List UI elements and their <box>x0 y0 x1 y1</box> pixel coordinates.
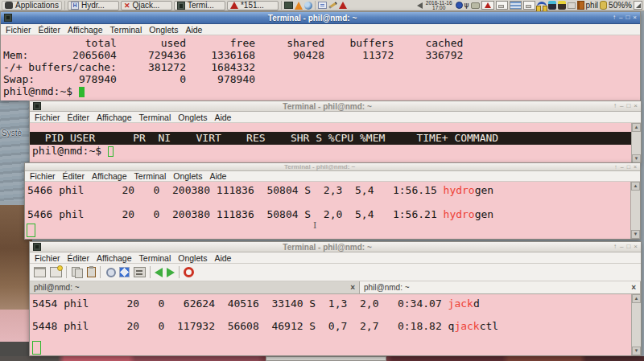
tray-camera-icon[interactable] <box>471 2 480 9</box>
maximize-button[interactable]: □ <box>626 103 630 109</box>
network-antenna-icon[interactable]: ψ <box>464 2 469 9</box>
new-window-icon[interactable] <box>34 267 46 277</box>
close-button[interactable]: × <box>634 164 637 170</box>
vlc-launcher-icon[interactable] <box>295 2 303 10</box>
scroll-up-icon[interactable]: ▲ <box>631 182 640 191</box>
back-icon[interactable] <box>155 268 163 277</box>
menu-terminal[interactable]: Terminal <box>139 253 171 263</box>
help-icon[interactable] <box>184 267 194 277</box>
display-resize-icon[interactable] <box>634 1 642 10</box>
shade-button[interactable]: ↑ <box>613 244 617 250</box>
workspace-2-active[interactable] <box>510 1 522 10</box>
taskbar-button-hydrogen[interactable]: H Hydr... <box>68 1 119 10</box>
menu-affichage[interactable]: Affichage <box>97 253 132 263</box>
menu-fichier[interactable]: Fichier <box>35 113 60 122</box>
menu-fichier[interactable]: Fichier <box>30 171 56 181</box>
fullscreen-icon[interactable] <box>119 267 130 277</box>
terminal-output-hydrogen[interactable]: 5466 phil 20 0 200380 111836 50804 S 2,3… <box>25 182 640 239</box>
taskbar-button-terminal[interactable]: Termi... <box>174 1 225 10</box>
minimize-button[interactable]: – <box>621 164 624 170</box>
titlebar[interactable]: Terminal - phil@nmd: ~ ↑ – □ × <box>30 101 641 112</box>
tray-app-icon-1[interactable] <box>548 1 556 10</box>
scroll-down-icon[interactable]: ▼ <box>631 230 640 239</box>
menu-aide[interactable]: Aide <box>185 25 202 35</box>
tray-triangle-button[interactable] <box>481 1 494 10</box>
maximize-button[interactable]: □ <box>627 164 630 170</box>
scrollbar[interactable]: ▲ ▼ <box>631 123 641 163</box>
menu-terminal[interactable]: Terminal <box>139 113 171 122</box>
minimize-button[interactable]: – <box>620 244 623 250</box>
terminal-output-free[interactable]: total used free shared buffers cached Me… <box>1 35 640 101</box>
menu-fichier[interactable]: Fichier <box>35 253 60 263</box>
toolbar-separator <box>66 266 67 278</box>
forward-icon[interactable] <box>167 268 175 277</box>
clock[interactable]: 2016-11-16 17:00 <box>424 1 454 10</box>
tab-close-icon[interactable]: × <box>350 283 355 292</box>
scroll-down-icon[interactable]: ▼ <box>632 347 641 355</box>
scroll-up-icon[interactable]: ▲ <box>632 123 641 132</box>
browser-launcher-icon[interactable] <box>304 2 312 10</box>
tab-1[interactable]: phil@nmd: ~ × <box>30 281 360 293</box>
volume-icon[interactable] <box>417 2 423 9</box>
workspace-1[interactable] <box>496 1 508 10</box>
scrollbar[interactable]: ▲ ▼ <box>631 294 641 355</box>
scroll-up-icon[interactable]: ▲ <box>632 294 641 303</box>
terminal-output-jack[interactable]: 5454 phil 20 0 62624 40516 33140 S 1,3 2… <box>30 294 641 355</box>
shade-button[interactable]: ↑ <box>613 14 616 21</box>
editor-launcher-icon[interactable] <box>339 2 347 9</box>
desktop-icon-label[interactable]: Systè <box>2 129 22 137</box>
menu-onglets[interactable]: Onglets <box>178 253 207 263</box>
red-triangle-icon <box>230 2 238 9</box>
tray-app-icon-2[interactable] <box>558 1 566 10</box>
menu-terminal[interactable]: Terminal <box>134 171 167 181</box>
pencil-launcher-icon[interactable] <box>328 2 337 9</box>
menu-aide[interactable]: Aide <box>214 253 231 263</box>
tray-app-icon-3[interactable] <box>568 2 576 9</box>
titlebar[interactable]: Terminal - phil@nmd: ~ ↑ – □ × <box>1 12 640 24</box>
close-button[interactable]: × <box>633 14 637 21</box>
tab-2-active[interactable]: phil@nmd: ~ × <box>360 281 641 293</box>
lock-tray-icon[interactable] <box>456 2 463 9</box>
tray-book-icon[interactable] <box>577 1 584 10</box>
applications-menu-button[interactable]: Applications <box>2 1 62 10</box>
shade-button[interactable]: ↑ <box>613 103 617 109</box>
menu-editer[interactable]: Éditer <box>63 171 85 181</box>
titlebar[interactable]: Terminal - phil@nmd: ~ ↑ – □ × <box>25 163 640 171</box>
headphones-tray-icon[interactable] <box>537 2 547 9</box>
menu-editer[interactable]: Éditer <box>39 25 60 35</box>
scrollbar[interactable]: ▲ ▼ <box>630 182 640 239</box>
menu-onglets[interactable]: Onglets <box>149 25 178 35</box>
hydrogen-launcher-icon[interactable] <box>318 2 327 9</box>
menu-affichage[interactable]: Affichage <box>92 171 127 181</box>
screenshot-launcher-icon[interactable] <box>284 2 293 9</box>
menu-fichier[interactable]: Fichier <box>6 25 31 35</box>
tray-drive-icon[interactable] <box>600 1 607 10</box>
menu-onglets[interactable]: Onglets <box>178 113 207 122</box>
close-button[interactable]: × <box>634 103 638 109</box>
menu-terminal[interactable]: Terminal <box>110 25 142 35</box>
copy-icon[interactable] <box>71 267 83 277</box>
menu-affichage[interactable]: Affichage <box>68 25 103 35</box>
terminal-output-top[interactable]: PID USER PR NI VIRT RES SHR S %CPU %MEM … <box>30 123 641 163</box>
new-tab-icon[interactable] <box>50 267 62 277</box>
titlebar[interactable]: Terminal - phil@nmd: ~ ↑ – □ × <box>30 242 641 252</box>
workspace-3[interactable] <box>523 1 535 10</box>
tab-close-icon[interactable]: × <box>631 283 636 292</box>
minimize-button[interactable]: – <box>620 103 623 109</box>
menu-editer[interactable]: Éditer <box>68 113 89 122</box>
taskbar-button-editor[interactable]: *151... <box>227 1 279 10</box>
paste-icon[interactable] <box>87 267 96 277</box>
search-icon[interactable] <box>105 267 115 277</box>
menu-affichage[interactable]: Affichage <box>97 113 132 122</box>
close-button[interactable]: × <box>634 244 638 250</box>
maximize-button[interactable]: □ <box>626 244 630 250</box>
shade-button[interactable]: ↑ <box>614 164 617 170</box>
preferences-icon[interactable] <box>134 267 146 277</box>
menu-onglets[interactable]: Onglets <box>173 171 202 181</box>
taskbar-button-qjackctl[interactable]: ✕ Qjack... <box>121 1 172 10</box>
menu-aide[interactable]: Aide <box>214 113 231 122</box>
maximize-button[interactable]: □ <box>625 14 630 21</box>
menu-editer[interactable]: Éditer <box>68 253 89 263</box>
menu-aide[interactable]: Aide <box>209 171 226 181</box>
minimize-button[interactable]: – <box>619 14 622 21</box>
